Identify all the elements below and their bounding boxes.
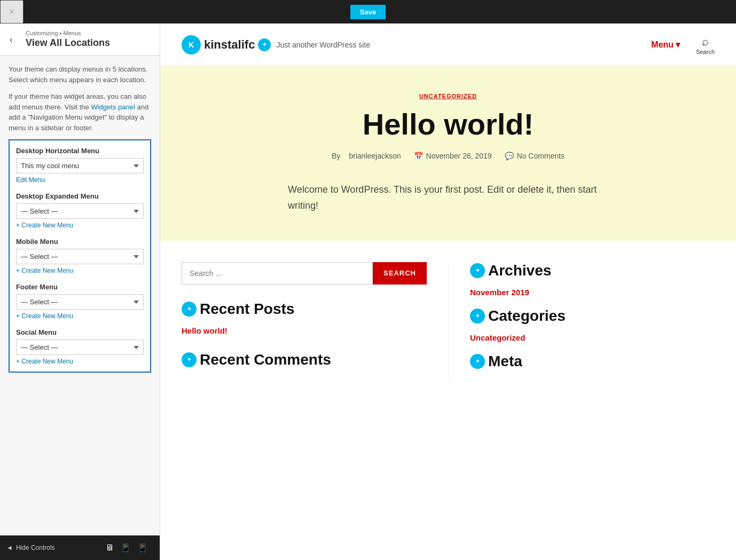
- sidebar-description-2: If your theme has widget areas, you can …: [9, 91, 151, 133]
- recent-post-hello-world[interactable]: Hello world!: [182, 326, 228, 335]
- footer-menu-label: Footer Menu: [16, 283, 144, 291]
- back-button[interactable]: ‹: [5, 31, 17, 47]
- author-name: brianleejackson: [349, 152, 401, 160]
- post-meta: By brianleejackson 📅 November 26, 2019 💬…: [182, 152, 715, 160]
- top-bar-center: Save: [24, 5, 712, 19]
- desktop-horizontal-label: Desktop Horizontal Menu: [16, 147, 144, 155]
- social-menu-select[interactable]: — Select —: [16, 340, 144, 355]
- post-comments: 💬 No Comments: [505, 152, 565, 160]
- wp-right-col: ✦ Archives November 2019 ✦ Categories Un…: [448, 262, 715, 378]
- social-menu-label: Social Menu: [16, 328, 144, 336]
- social-menu-group: Social Menu — Select — + Create New Menu: [16, 328, 144, 365]
- sidebar-description-1: Your theme can display menus in 5 locati…: [9, 64, 151, 85]
- main-layout: ‹ Customizing • Menus View All Locations…: [0, 23, 736, 560]
- site-name: kinstalifc: [204, 38, 255, 52]
- mobile-menu-group: Mobile Menu — Select — + Create New Menu: [16, 238, 144, 274]
- site-logo-primary: K: [182, 35, 201, 54]
- post-content: Welcome to WordPress. This is your first…: [288, 182, 608, 214]
- recent-posts-title: Recent Posts: [200, 301, 294, 318]
- wp-site-header: K kinstalifc ✦ Just another WordPress si…: [160, 23, 736, 66]
- sidebar-header: ‹ Customizing • Menus View All Locations: [0, 23, 160, 56]
- comment-icon: 💬: [505, 152, 514, 160]
- wp-nav-right: Menu ▾ ⌕ Search: [651, 35, 715, 55]
- create-mobile-menu-link[interactable]: + Create New Menu: [16, 267, 144, 274]
- mobile-menu-select[interactable]: — Select —: [16, 249, 144, 264]
- search-button[interactable]: ⌕ Search: [696, 35, 715, 55]
- recent-comments-section: ✦ Recent Comments: [182, 351, 427, 368]
- site-tagline: Just another WordPress site: [276, 41, 370, 49]
- recent-posts-icon: ✦: [182, 302, 197, 317]
- archives-icon: ✦: [470, 263, 485, 278]
- meta-section: ✦ Meta: [470, 353, 715, 370]
- categories-section: ✦ Categories: [470, 307, 715, 325]
- recent-comments-icon: ✦: [182, 352, 197, 367]
- site-logo-secondary: ✦: [258, 38, 271, 51]
- create-desktop-expanded-link[interactable]: + Create New Menu: [16, 222, 144, 229]
- hide-controls-icon: ◄: [6, 544, 13, 551]
- search-submit-button[interactable]: SEARCH: [373, 262, 427, 285]
- edit-menu-link[interactable]: Edit Menu: [16, 176, 144, 184]
- recent-comments-title: Recent Comments: [200, 351, 331, 368]
- recent-posts-section: ✦ Recent Posts: [182, 301, 427, 318]
- sidebar: ‹ Customizing • Menus View All Locations…: [0, 23, 160, 560]
- calendar-icon: 📅: [414, 152, 423, 160]
- breadcrumb: Customizing • Menus: [26, 30, 151, 36]
- category-tag[interactable]: UNCATEGORIZED: [182, 93, 715, 99]
- desktop-horizontal-group: Desktop Horizontal Menu This my cool men…: [16, 147, 144, 184]
- wp-hero: UNCATEGORIZED Hello world! By brianleeja…: [160, 66, 736, 241]
- mobile-icon[interactable]: 📱: [137, 543, 148, 553]
- post-title: Hello world!: [182, 108, 715, 141]
- author-label: By: [332, 152, 340, 160]
- uncategorized-category-link[interactable]: Uncategorized: [470, 333, 525, 342]
- november-archive-link[interactable]: November 2019: [470, 288, 529, 297]
- desktop-expanded-group: Desktop Expanded Menu — Select — + Creat…: [16, 192, 144, 229]
- post-author: By brianleejackson: [332, 152, 401, 160]
- hide-controls-label: Hide Controls: [16, 544, 55, 551]
- menu-button[interactable]: Menu ▾: [651, 40, 680, 50]
- meta-icon: ✦: [470, 354, 485, 369]
- sidebar-footer: ◄ Hide Controls 🖥 📱 📱: [0, 535, 160, 560]
- close-button[interactable]: ×: [0, 0, 24, 23]
- preview-area: K kinstalifc ✦ Just another WordPress si…: [160, 23, 736, 560]
- wp-left-col: SEARCH ✦ Recent Posts Hello world! ✦ Rec…: [182, 262, 448, 378]
- wp-two-col: SEARCH ✦ Recent Posts Hello world! ✦ Rec…: [160, 241, 736, 400]
- save-button[interactable]: Save: [350, 5, 386, 19]
- create-footer-menu-link[interactable]: + Create New Menu: [16, 312, 144, 320]
- sidebar-content: Your theme can display menus in 5 locati…: [0, 56, 160, 535]
- create-social-menu-link[interactable]: + Create New Menu: [16, 358, 144, 365]
- hide-controls-button[interactable]: ◄ Hide Controls: [6, 544, 55, 551]
- categories-icon: ✦: [470, 309, 485, 324]
- menu-chevron-icon: ▾: [676, 40, 680, 50]
- archives-title: Archives: [488, 262, 551, 279]
- desktop-horizontal-select[interactable]: This my cool menu — Select —: [16, 158, 144, 173]
- categories-title: Categories: [488, 307, 566, 325]
- footer-menu-group: Footer Menu — Select — + Create New Menu: [16, 283, 144, 320]
- page-title: View All Locations: [26, 37, 151, 49]
- search-icon: ⌕: [702, 35, 709, 49]
- footer-menu-select[interactable]: — Select —: [16, 294, 144, 310]
- desktop-expanded-label: Desktop Expanded Menu: [16, 192, 144, 200]
- search-label: Search: [696, 49, 715, 55]
- device-icons: 🖥 📱 📱: [105, 543, 148, 553]
- post-date: 📅 November 26, 2019: [414, 152, 492, 160]
- wp-search-section: SEARCH: [182, 262, 427, 285]
- search-input[interactable]: [182, 262, 373, 285]
- tablet-icon[interactable]: 📱: [120, 543, 131, 553]
- meta-title: Meta: [488, 353, 522, 370]
- widgets-panel-link[interactable]: Widgets panel: [91, 103, 135, 111]
- top-bar: × Save: [0, 0, 736, 23]
- mobile-menu-label: Mobile Menu: [16, 238, 144, 246]
- desktop-expanded-select[interactable]: — Select —: [16, 203, 144, 219]
- desktop-icon[interactable]: 🖥: [105, 543, 114, 553]
- wp-logo-area: K kinstalifc ✦ Just another WordPress si…: [182, 35, 370, 54]
- menu-locations-panel: Desktop Horizontal Menu This my cool men…: [9, 139, 151, 373]
- archives-section: ✦ Archives: [470, 262, 715, 279]
